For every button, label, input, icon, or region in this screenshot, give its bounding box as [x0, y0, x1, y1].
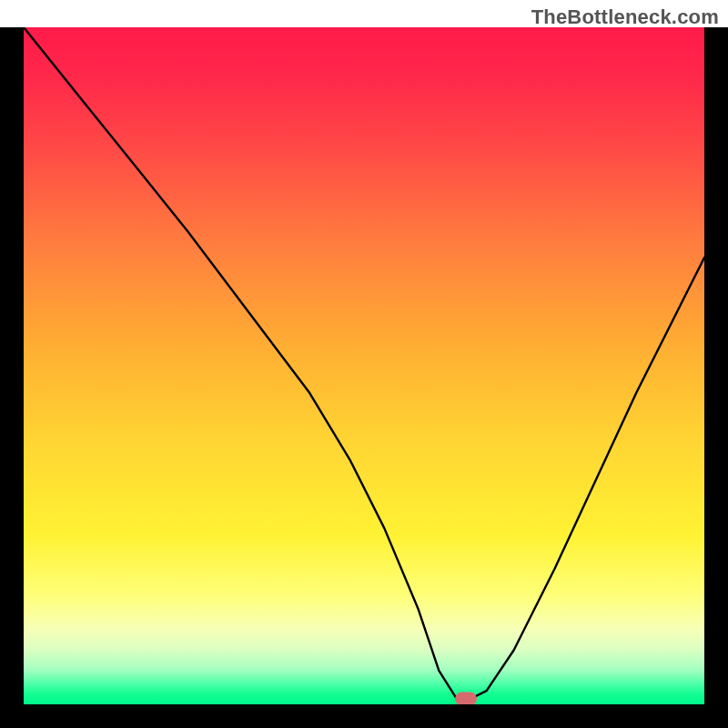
plot-area [24, 27, 704, 704]
watermark-text: TheBottleneck.com [531, 5, 719, 29]
optimal-point-marker [455, 693, 477, 704]
chart-container: TheBottleneck.com [0, 0, 728, 728]
plot-frame [0, 27, 728, 728]
bottleneck-curve [24, 27, 704, 704]
